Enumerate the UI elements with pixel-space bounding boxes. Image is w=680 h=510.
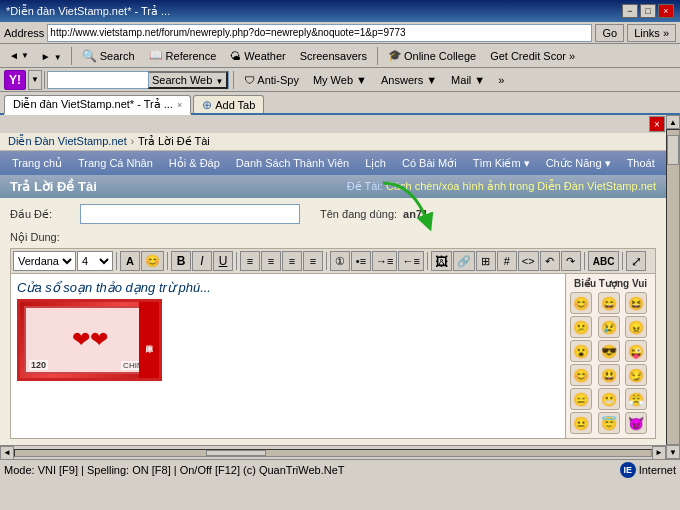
more-toolbar-button[interactable]: » [493, 70, 509, 90]
stamp-text-overlay: 中国邮政 [139, 302, 159, 378]
hash-button[interactable]: # [497, 251, 517, 271]
align-justify-button[interactable]: ≡ [303, 251, 323, 271]
spell-check-button[interactable]: ABC [588, 251, 620, 271]
nav-item-profile[interactable]: Trang Cá Nhân [70, 151, 161, 175]
ordered-list-button[interactable]: ① [330, 251, 350, 271]
minimize-button[interactable]: − [622, 4, 638, 18]
emoji-item[interactable]: 😄 [598, 292, 620, 314]
emoji-item[interactable]: 😬 [598, 388, 620, 410]
nav-item-search[interactable]: Tìm Kiếm ▾ [465, 151, 538, 175]
mail-button[interactable]: Mail ▼ [445, 70, 491, 90]
nav-item-calendar[interactable]: Lịch [357, 151, 394, 175]
search-web-btn[interactable]: Search Web ▼ [148, 71, 228, 89]
table-button[interactable]: ⊞ [476, 251, 496, 271]
nav-item-logout[interactable]: Thoát [619, 151, 663, 175]
emoji-item[interactable]: 😮 [570, 340, 592, 362]
emoji-item[interactable]: 😢 [598, 316, 620, 338]
answers-button[interactable]: Answers ▼ [375, 70, 443, 90]
unordered-list-button[interactable]: •≡ [351, 251, 371, 271]
links-button[interactable]: Links » [627, 24, 676, 42]
username-label: Tên đang dùng: [320, 208, 397, 220]
bold-button[interactable]: B [171, 251, 191, 271]
close-button[interactable]: × [658, 4, 674, 18]
fullscreen-button[interactable]: ⤢ [626, 251, 646, 271]
editor-placeholder: Cửa sổ soạn thảo dạng trừ phú... [17, 280, 559, 295]
emoji-item[interactable]: 😇 [598, 412, 620, 434]
yahoo-button[interactable]: Y! [4, 70, 26, 90]
code-button[interactable]: <> [518, 251, 539, 271]
align-center-button[interactable]: ≡ [261, 251, 281, 271]
nav-item-newposts[interactable]: Có Bài Mới [394, 151, 465, 175]
reply-page-title: Trả Lời Đề Tài [10, 179, 97, 194]
redo-button[interactable]: ↷ [561, 251, 581, 271]
sep-3 [233, 71, 234, 89]
yahoo-dropdown-button[interactable]: ▼ [28, 70, 42, 90]
link-button[interactable]: 🔗 [453, 251, 475, 271]
emoji-item[interactable]: 😜 [625, 340, 647, 362]
editor-sep-6 [584, 252, 585, 270]
image-button[interactable]: 🖼 [431, 251, 452, 271]
nav-item-members[interactable]: Danh Sách Thành Viên [228, 151, 357, 175]
tab-close-icon[interactable]: × [177, 100, 182, 110]
emoji-item[interactable]: 😠 [625, 316, 647, 338]
tab-bar: Diễn đàn VietStamp.net* - Trả ... × ⊕ Ad… [0, 92, 680, 115]
v-scroll-thumb[interactable] [667, 135, 679, 165]
h-scroll-right-button[interactable]: ► [652, 446, 666, 460]
breadcrumb: Diễn Đàn VietStamp.net › Trả Lời Đề Tài [0, 133, 666, 151]
ie-close-button[interactable]: × [649, 116, 665, 132]
outdent-button[interactable]: ←≡ [398, 251, 423, 271]
myweb-button[interactable]: My Web ▼ [307, 70, 373, 90]
undo-button[interactable]: ↶ [540, 251, 560, 271]
v-scroll-down-button[interactable]: ▼ [666, 445, 680, 459]
italic-button[interactable]: I [192, 251, 212, 271]
emoji-toolbar-button[interactable]: 😊 [141, 251, 164, 271]
emoji-item[interactable]: 😐 [570, 412, 592, 434]
weather-toolbar-button[interactable]: 🌤 Weather [224, 46, 291, 66]
font-size-select[interactable]: 4 [77, 251, 113, 271]
emoji-item[interactable]: 😎 [598, 340, 620, 362]
antspy-button[interactable]: 🛡 Anti-Spy [238, 70, 305, 90]
emoji-item[interactable]: 😊 [570, 292, 592, 314]
add-tab-button[interactable]: ⊕ Add Tab [193, 95, 264, 113]
reference-toolbar-button[interactable]: 📖 Reference [143, 46, 223, 66]
font-family-select[interactable]: Verdana [13, 251, 76, 271]
breadcrumb-home-link[interactable]: Diễn Đàn VietStamp.net [8, 135, 127, 148]
reference-icon: 📖 [149, 49, 163, 62]
emoji-item[interactable]: 😤 [625, 388, 647, 410]
editor-sep-1 [116, 252, 117, 270]
search-toolbar-button[interactable]: 🔍 Search [76, 46, 141, 66]
h-scroll-thumb[interactable] [206, 450, 266, 456]
forward-dropdown-icon[interactable]: ▼ [54, 53, 62, 62]
back-button[interactable]: ◄ ▼ [4, 46, 34, 66]
active-tab[interactable]: Diễn đàn VietStamp.net* - Trả ... × [4, 95, 191, 115]
emoji-item[interactable]: 😃 [598, 364, 620, 386]
emoji-item[interactable]: 😑 [570, 388, 592, 410]
nav-item-functions[interactable]: Chức Năng ▾ [538, 151, 619, 175]
back-dropdown-icon[interactable]: ▼ [21, 51, 29, 60]
screensavers-button[interactable]: Screensavers [294, 46, 373, 66]
emoji-item[interactable]: 😆 [625, 292, 647, 314]
maximize-button[interactable]: □ [640, 4, 656, 18]
underline-button[interactable]: U [213, 251, 233, 271]
credit-button[interactable]: Get Credit Scor » [484, 46, 581, 66]
nav-item-qa[interactable]: Hỏi & Đáp [161, 151, 228, 175]
emoji-item[interactable]: 😊 [570, 364, 592, 386]
emoji-item[interactable]: 😕 [570, 316, 592, 338]
font-color-button[interactable]: A [120, 251, 140, 271]
editor-content[interactable]: Cửa sổ soạn thảo dạng trừ phú... ❤❤ 120 … [11, 274, 565, 438]
v-scrollbar: ▲ ▼ [666, 115, 680, 459]
forward-button[interactable]: ► ▼ [36, 46, 67, 66]
nav-item-home[interactable]: Trang chủ [4, 151, 70, 175]
h-scroll-left-button[interactable]: ◄ [0, 446, 14, 460]
go-button[interactable]: Go [595, 24, 624, 42]
align-right-button[interactable]: ≡ [282, 251, 302, 271]
heading-input[interactable] [80, 204, 300, 224]
v-scroll-up-button[interactable]: ▲ [666, 115, 680, 129]
emoji-item[interactable]: 😈 [625, 412, 647, 434]
emoji-item[interactable]: 😏 [625, 364, 647, 386]
online-college-button[interactable]: 🎓 Online College [382, 46, 482, 66]
align-left-button[interactable]: ≡ [240, 251, 260, 271]
indent-button[interactable]: →≡ [372, 251, 397, 271]
search-web-input[interactable] [48, 72, 148, 88]
address-input[interactable] [47, 24, 592, 42]
